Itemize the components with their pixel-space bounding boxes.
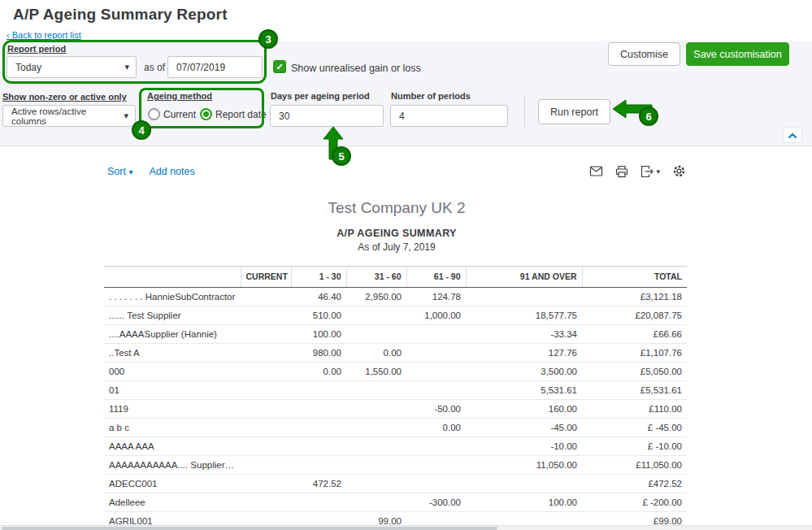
back-to-report-list-link[interactable]: ‹ Back to report list — [7, 30, 81, 40]
show-nonzero-select[interactable]: Active rows/active columns — [2, 105, 136, 127]
table-row: 0000.001,550.003,500.00£5,050.00 — [104, 363, 687, 381]
amount-cell — [241, 363, 291, 381]
amount-cell — [241, 325, 291, 344]
amount-cell: 1,550.00 — [346, 363, 406, 381]
amount-cell: 980.00 — [291, 344, 346, 363]
report-table-body: . . . . . . . HannieSubContractor46.402,… — [104, 288, 687, 530]
report-card: Sort ▾ Add notes ▾ Test Company UK 2 A/P — [96, 154, 697, 530]
table-row: 015,531.61£5,531.61 — [104, 381, 687, 400]
supplier-name-cell: a b c — [104, 419, 241, 437]
amount-cell: -33.34 — [466, 325, 582, 344]
supplier-name-cell: 000 — [104, 363, 241, 381]
amount-cell — [241, 344, 291, 363]
amount-cell: 0.00 — [346, 344, 406, 363]
column-header: CURRENT — [241, 267, 291, 288]
ageing-current-radio[interactable] — [148, 108, 160, 120]
unrealised-gain-checkbox[interactable] — [273, 60, 286, 73]
amount-cell: -300.00 — [406, 493, 466, 512]
amount-cell: -10.00 — [466, 437, 582, 456]
annotation-badge-6: 6 — [639, 106, 658, 126]
chevron-down-icon: ▾ — [128, 167, 132, 176]
amount-cell — [291, 381, 346, 400]
amount-cell: 0.00 — [291, 363, 346, 381]
annotation-badge-3: 3 — [258, 29, 278, 49]
horizontal-scrollbar[interactable] — [0, 525, 812, 530]
amount-cell — [291, 419, 346, 437]
amount-cell: 160.00 — [466, 400, 582, 419]
customise-button[interactable]: Customise — [608, 42, 680, 66]
save-customisation-button[interactable]: Save customisation — [686, 42, 789, 66]
collapse-controls-button[interactable] — [783, 127, 802, 143]
amount-cell — [346, 381, 406, 400]
amount-cell: 127.76 — [466, 344, 582, 363]
table-row: Adelleee-300.00100.00£ -200.00 — [104, 493, 687, 512]
settings-icon[interactable] — [672, 164, 686, 178]
amount-cell — [291, 400, 346, 419]
toolbar-icons: ▾ — [589, 164, 686, 178]
amount-cell — [241, 400, 291, 419]
table-row: AAAA AAA-10.00£ -10.00 — [104, 437, 687, 456]
email-icon[interactable] — [589, 165, 603, 177]
amount-cell — [241, 419, 291, 437]
amount-cell — [406, 325, 466, 344]
supplier-name-cell: ..Test A — [104, 344, 241, 363]
supplier-name-cell: ADECC001 — [104, 475, 241, 493]
report-period-label: Report period — [7, 44, 66, 54]
controls-divider — [524, 95, 525, 128]
amount-cell: £5,531.61 — [582, 381, 687, 400]
amount-cell: £20,087.75 — [582, 306, 687, 325]
print-icon[interactable] — [615, 165, 628, 178]
column-header: 1 - 30 — [291, 267, 346, 288]
column-header: TOTAL — [582, 267, 687, 288]
table-row: ....AAAASupplier (Hannie)100.00-33.34£66… — [104, 325, 687, 344]
amount-cell: 510.00 — [291, 306, 346, 325]
scrollbar-thumb[interactable] — [2, 527, 497, 530]
days-per-period-input[interactable] — [270, 105, 384, 127]
supplier-name-cell: AAAA AAA — [104, 437, 241, 456]
supplier-name-cell: 1119 — [104, 400, 241, 419]
amount-cell: £3,121.18 — [582, 288, 687, 306]
number-of-periods-input[interactable] — [390, 105, 508, 127]
amount-cell — [466, 475, 582, 493]
column-header — [104, 267, 241, 288]
sort-dropdown[interactable]: Sort ▾ — [107, 166, 132, 177]
amount-cell — [291, 456, 346, 475]
amount-cell: £66.66 — [582, 325, 687, 344]
amount-cell — [406, 363, 466, 381]
amount-cell: 0.00 — [406, 419, 466, 437]
amount-cell — [346, 493, 406, 512]
ageing-report-date-radio[interactable] — [200, 108, 212, 120]
add-notes-link[interactable]: Add notes — [149, 166, 194, 177]
table-row: 1119-50.00160.00£110.00 — [104, 400, 687, 419]
ageing-report-date-label: Report date — [215, 109, 267, 120]
amount-cell — [406, 475, 466, 493]
annotation-badge-4: 4 — [132, 120, 151, 140]
supplier-name-cell: ...... Test Supplier — [104, 306, 241, 325]
amount-cell — [241, 437, 291, 456]
amount-cell: -50.00 — [406, 400, 466, 419]
unrealised-gain-label: Show unrealised gain or loss — [291, 63, 421, 74]
table-row: ...... Test Supplier510.001,000.0018,577… — [104, 306, 687, 325]
ageing-method-label: Ageing method — [147, 91, 212, 101]
report-title: A/P AGEING SUMMARY — [96, 228, 697, 239]
supplier-name-cell: Adelleee — [104, 493, 241, 512]
amount-cell — [241, 306, 291, 325]
amount-cell: £ -45.00 — [582, 419, 687, 437]
run-report-button[interactable]: Run report — [538, 99, 610, 124]
amount-cell: -45.00 — [466, 419, 582, 437]
amount-cell: £110.00 — [582, 400, 687, 419]
report-period-value: Today — [15, 62, 41, 73]
amount-cell: 100.00 — [466, 493, 582, 512]
export-icon[interactable]: ▾ — [640, 165, 660, 178]
amount-cell: 1,000.00 — [406, 306, 466, 325]
amount-cell: £11,050.00 — [582, 456, 687, 475]
amount-cell: 2,950.00 — [346, 288, 406, 306]
amount-cell: 3,500.00 — [466, 363, 582, 381]
table-row: AAAAAAAAAAA.... SupplierH…11,050.00£11,0… — [104, 456, 687, 475]
report-period-select[interactable]: Today — [7, 56, 137, 78]
report-subtitle: As of July 7, 2019 — [96, 241, 697, 253]
amount-cell — [406, 456, 466, 475]
amount-cell — [346, 400, 406, 419]
as-of-date-input[interactable] — [167, 56, 263, 78]
ageing-summary-table: CURRENT1 - 3031 - 6061 - 9091 AND OVERTO… — [104, 266, 687, 530]
